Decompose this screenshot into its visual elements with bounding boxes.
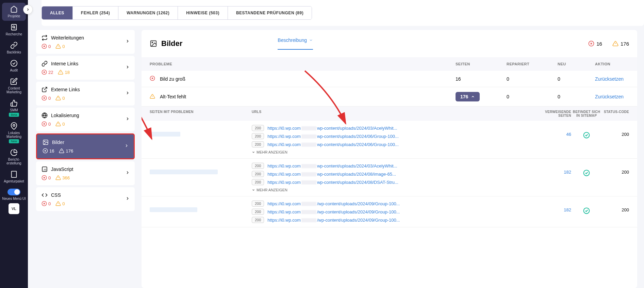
url-link[interactable]: https://i0.wp.comwp-content/uploads/2024… bbox=[267, 172, 396, 177]
warning-count: 0 bbox=[55, 121, 65, 127]
chevron-right-icon bbox=[125, 65, 130, 71]
nav-item-smm[interactable]: SMMBeta bbox=[0, 97, 28, 119]
sidebar-expand-button[interactable] bbox=[23, 5, 33, 14]
nav-item-bericht-erstellung[interactable]: Bericht-erstellung bbox=[0, 146, 28, 168]
header-error-count: 16 bbox=[588, 41, 602, 47]
warning-icon bbox=[150, 94, 155, 100]
nav-sidebar: ProjekteRechercheBacklinksAuditContent M… bbox=[0, 0, 28, 288]
page-placeholder bbox=[150, 207, 197, 212]
pages-count-expanded[interactable]: 176 bbox=[456, 92, 480, 101]
warning-count: 366 bbox=[55, 175, 70, 180]
nav-item-audit[interactable]: Audit bbox=[0, 57, 28, 75]
referring-pages-link[interactable]: 182 bbox=[564, 170, 571, 175]
warning-icon bbox=[612, 41, 618, 47]
check-circle-icon bbox=[10, 60, 18, 67]
nav-item-projekte[interactable]: Projekte bbox=[2, 3, 26, 21]
status-code-badge: 200 bbox=[252, 209, 264, 215]
reset-action[interactable]: Zurücksetzen bbox=[595, 94, 624, 99]
url-item: 200 https://i0.wp.com/wp-content/uploads… bbox=[252, 209, 541, 215]
sitemap-check-icon bbox=[583, 133, 590, 140]
chevron-right-icon bbox=[125, 91, 130, 97]
url-item: 200 https://i0.wp.com/wp-content/uploads… bbox=[252, 201, 541, 207]
category-bilder[interactable]: Bilder 16 176 bbox=[36, 133, 135, 159]
reset-action[interactable]: Zurücksetzen bbox=[595, 76, 624, 82]
toggle-label: Neues Menü UI bbox=[0, 197, 28, 201]
filter-tab[interactable]: BESTANDENE PRÜFUNGEN (89) bbox=[228, 6, 312, 19]
nav-item-agenturpaket[interactable]: Agenturpaket bbox=[0, 168, 28, 186]
referring-pages-link[interactable]: 182 bbox=[564, 207, 571, 212]
url-link[interactable]: https://i0.wp.comwp-content/uploads/2024… bbox=[267, 126, 397, 131]
error-icon bbox=[588, 41, 594, 47]
chevron-up-icon bbox=[471, 95, 475, 99]
problem-row[interactable]: Bild zu groß 16 0 0 Zurücksetzen bbox=[142, 71, 637, 87]
problem-label: Bild zu groß bbox=[160, 76, 185, 82]
header-warning-count: 176 bbox=[612, 41, 629, 47]
status-code-badge: 200 bbox=[252, 141, 264, 147]
description-tab[interactable]: Beschreibung bbox=[278, 37, 313, 50]
url-link[interactable]: https://i0.wp.com/wp-content/uploads/202… bbox=[267, 218, 400, 223]
status-code-badge: 200 bbox=[252, 217, 264, 223]
filter-tab[interactable]: WARNUNGEN (1262) bbox=[118, 6, 178, 19]
error-count: 0 bbox=[42, 175, 51, 180]
svg-point-34 bbox=[44, 141, 45, 142]
filter-tab[interactable]: FEHLER (254) bbox=[73, 6, 118, 19]
detail-title: Bilder bbox=[161, 39, 182, 48]
url-item: 200 https://i0.wp.comwp-content/uploads/… bbox=[252, 141, 541, 147]
category-externe-links[interactable]: Externe Links 0 0 bbox=[36, 82, 135, 106]
main-content: ALLESFEHLER (254)WARNUNGEN (1262)HINWEIS… bbox=[28, 0, 644, 288]
error-count: 22 bbox=[42, 69, 53, 75]
url-link[interactable]: https://i0.wp.com/wp-content/uploads/202… bbox=[267, 201, 400, 206]
error-count: 16 bbox=[43, 148, 54, 154]
category-interne-links[interactable]: Interne Links 22 18 bbox=[36, 56, 135, 80]
filter-tab[interactable]: HINWEISE (503) bbox=[178, 6, 228, 19]
redirect-icon bbox=[42, 35, 48, 41]
status-code: 200 bbox=[602, 163, 629, 175]
category-weiterleitungen[interactable]: Weiterleitungen 0 0 bbox=[36, 30, 135, 54]
nav-item-recherche[interactable]: Recherche bbox=[0, 21, 28, 39]
referring-pages-link[interactable]: 46 bbox=[566, 132, 571, 137]
category-css[interactable]: CSS 0 0 bbox=[36, 187, 135, 211]
new-menu-ui-toggle[interactable] bbox=[7, 189, 20, 195]
badge-new: New bbox=[9, 139, 19, 143]
svg-rect-5 bbox=[12, 171, 17, 177]
error-count: 0 bbox=[42, 201, 51, 206]
error-count: 0 bbox=[42, 44, 51, 49]
warning-count: 0 bbox=[55, 201, 65, 206]
filter-tabs-container: ALLESFEHLER (254)WARNUNGEN (1262)HINWEIS… bbox=[42, 0, 644, 26]
badge-beta: Beta bbox=[9, 113, 19, 117]
edit-icon bbox=[10, 78, 18, 85]
image-icon bbox=[150, 40, 157, 47]
error-icon bbox=[150, 76, 155, 82]
pie-icon bbox=[10, 149, 18, 156]
search-doc-icon bbox=[10, 23, 18, 31]
category-javascript[interactable]: JSJavaScript 0 366 bbox=[36, 161, 135, 185]
problem-row[interactable]: Alt-Text fehlt 176 0 0 Zurücksetzen bbox=[142, 87, 637, 107]
show-more-link[interactable]: MEHR ANZEIGEN bbox=[252, 188, 541, 192]
sitemap-check-icon bbox=[583, 209, 590, 215]
status-code-badge: 200 bbox=[252, 201, 264, 207]
link-icon bbox=[10, 42, 18, 49]
nav-item-content-marketing[interactable]: Content Marketing bbox=[0, 75, 28, 97]
url-link[interactable]: https://i0.wp.com/wp-content/uploads/202… bbox=[267, 209, 400, 214]
problems-table-header: PROBLEME SEITEN REPARIERT NEU AKTION bbox=[142, 57, 637, 71]
category-lokalisierung[interactable]: Lokalisierung 0 0 bbox=[36, 108, 135, 131]
filter-tab[interactable]: ALLES bbox=[42, 6, 73, 19]
thumbs-up-icon bbox=[10, 99, 18, 107]
error-count: 0 bbox=[42, 121, 51, 127]
nav-item-backlinks[interactable]: Backlinks bbox=[0, 39, 28, 57]
svg-line-20 bbox=[44, 87, 47, 90]
url-link[interactable]: https://i0.wp.comwp-content/uploads/2024… bbox=[267, 163, 397, 169]
user-avatar[interactable]: VL bbox=[9, 203, 19, 214]
warning-count: 0 bbox=[55, 44, 65, 49]
status-code: 200 bbox=[602, 125, 629, 137]
chevron-right-icon bbox=[125, 39, 130, 45]
svg-line-2 bbox=[14, 28, 15, 29]
url-link[interactable]: https://i0.wp.comwp-content/uploads/2024… bbox=[267, 180, 398, 185]
ext-link-icon bbox=[42, 86, 48, 93]
nav-item-lokales-marketing[interactable]: Lokales MarketingNew bbox=[0, 119, 28, 146]
image-icon bbox=[43, 139, 49, 145]
url-link[interactable]: https://i0.wp.comwp-content/uploads/2024… bbox=[267, 142, 399, 147]
url-link[interactable]: https://i0.wp.comwp-content/uploads/2024… bbox=[267, 134, 399, 139]
show-more-link[interactable]: MEHR ANZEIGEN bbox=[252, 150, 541, 154]
page-row: 200 https://i0.wp.comwp-content/uploads/… bbox=[142, 159, 637, 196]
